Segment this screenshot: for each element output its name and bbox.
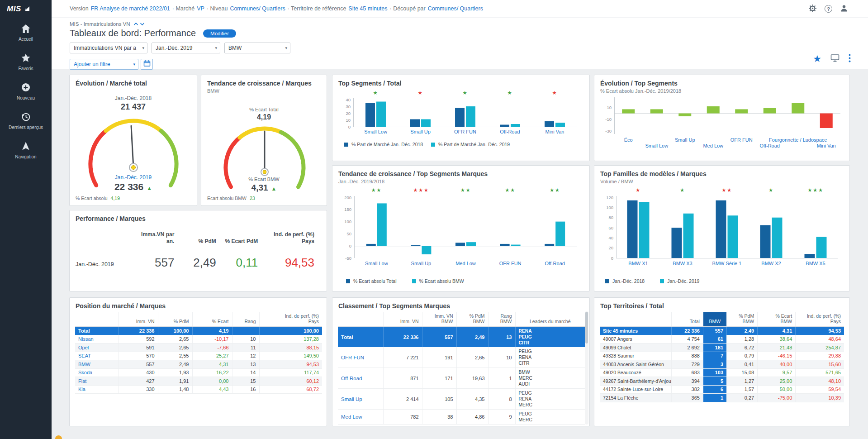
table-total-row[interactable]: Total22 336100,004,19100,00	[75, 327, 322, 335]
scrollbar-thumb[interactable]	[585, 312, 588, 344]
category-label[interactable]: Med Low	[703, 143, 723, 148]
add-filter-select[interactable]: Ajouter un filtre▾	[70, 59, 138, 70]
bar[interactable]	[500, 125, 509, 127]
bar[interactable]	[455, 243, 465, 246]
column-header[interactable]: % PdMBMW	[727, 312, 758, 327]
category-label[interactable]: BMW X3	[673, 261, 692, 266]
table-row[interactable]: Kia3301,484,431668,72	[75, 385, 322, 394]
table-row[interactable]: 72154 La Flèche36510,27-75,0010,39	[600, 394, 844, 402]
bar[interactable]	[672, 228, 682, 258]
column-header[interactable]: BMW	[703, 312, 726, 327]
table-row[interactable]: SEAT5702,5525,2712149,50	[75, 352, 322, 360]
column-header[interactable]: Ind. de perf. (%)Pays	[796, 312, 844, 327]
bar[interactable]	[622, 109, 635, 113]
category-label[interactable]: Small Up	[410, 129, 431, 134]
column-header[interactable]: % EcartBMW	[758, 312, 796, 327]
sidebar-item-nouveau[interactable]: Nouveau	[0, 76, 52, 106]
bar[interactable]	[466, 106, 475, 127]
category-label[interactable]: OFR FUN	[454, 129, 476, 134]
column-header[interactable]: % PdM	[158, 312, 192, 327]
app-logo[interactable]: MIS	[0, 0, 52, 18]
bar[interactable]	[411, 245, 420, 246]
user-account-icon[interactable]	[840, 4, 848, 14]
category-label[interactable]: Med Low	[455, 261, 476, 266]
table-row[interactable]: Opel5912,65-7,661188,15	[75, 344, 322, 352]
topbar-link[interactable]: Communes/ Quartiers	[230, 5, 285, 12]
category-label[interactable]: Off-Road	[500, 129, 520, 134]
bar[interactable]	[455, 108, 465, 127]
category-label[interactable]: OFR FUN	[730, 137, 753, 143]
legend-item[interactable]: % Part de Marché Jan.-Déc. 2018	[344, 142, 427, 148]
vertical-scrollbar[interactable]	[585, 311, 588, 425]
bar[interactable]	[366, 244, 376, 246]
column-header[interactable]: % Ecart	[192, 312, 232, 327]
topbar-link[interactable]: Site 45 minutes	[348, 5, 387, 12]
calendar-filter-button[interactable]	[141, 59, 153, 70]
bar[interactable]	[365, 103, 375, 127]
bar[interactable]	[555, 222, 565, 246]
bar[interactable]	[805, 254, 815, 258]
bar[interactable]	[421, 119, 431, 127]
column-header[interactable]: % PdMBMW	[456, 312, 488, 327]
bar[interactable]	[639, 202, 650, 258]
column-header[interactable]: Imm. VN	[383, 312, 422, 327]
column-header[interactable]: Leaders du marché	[515, 312, 585, 327]
column-header[interactable]: Imm. VNBMW	[422, 312, 456, 327]
display-monitor-icon[interactable]	[830, 53, 840, 64]
table-total-row[interactable]: Total22 3365572,4913RENAPEUGCITR	[338, 327, 585, 348]
bar[interactable]	[511, 245, 521, 246]
topbar-link[interactable]: FR Analyse de marché 2022/01	[91, 5, 170, 12]
legend-item[interactable]: % Ecart absolu BMW	[412, 278, 464, 284]
table-row[interactable]: OFR FUN7 2211912,6510PEUGRENACITR	[338, 347, 585, 368]
category-label[interactable]: BMW X1	[628, 261, 648, 266]
category-label[interactable]: Fourgonnette / Ludospace	[769, 137, 827, 143]
category-label[interactable]: Off-Road	[545, 261, 564, 266]
gauge-curr-label[interactable]: Jan.-Déc. 2019	[70, 174, 197, 181]
table-row[interactable]: 49020 Beaucouzé68310315,089,57571,65	[600, 368, 844, 377]
table-row[interactable]: Small Up2 4141054,358PEUGRENAMERC	[338, 389, 585, 410]
table-row[interactable]: Skoda4301,9316,2214117,74	[75, 368, 322, 377]
bar[interactable]	[466, 242, 476, 246]
category-label[interactable]: Off-Road	[760, 143, 780, 148]
category-label[interactable]: BMW X2	[761, 261, 781, 266]
category-label[interactable]: Small Low	[645, 143, 668, 148]
column-header[interactable]	[75, 312, 118, 327]
column-header[interactable]: Rang	[232, 312, 259, 327]
sidebar-item-favoris[interactable]: Favoris	[0, 47, 52, 76]
category-label[interactable]: BMW Série 1	[712, 261, 742, 266]
bar[interactable]	[764, 108, 776, 114]
column-header[interactable]	[600, 312, 671, 327]
table-row[interactable]: Fiat4271,910,001560,12	[75, 377, 322, 386]
modify-button[interactable]: Modifier	[203, 29, 236, 38]
bar[interactable]	[511, 124, 520, 127]
bar[interactable]	[377, 203, 387, 246]
settings-gear-icon[interactable]	[808, 4, 817, 14]
bar[interactable]	[820, 114, 833, 129]
table-row[interactable]: BMW5572,494,311394,53	[75, 360, 322, 369]
table-row[interactable]: Nissan5922,65-10,1710137,28	[75, 335, 322, 344]
bar[interactable]	[716, 200, 726, 258]
more-options-kebab-icon[interactable]	[849, 54, 851, 64]
category-label[interactable]: Mini Van	[545, 129, 564, 134]
chevron-up-icon[interactable]	[133, 21, 138, 27]
table-row[interactable]: 49099 Cholet2 6921816,7221,48254,87	[600, 344, 844, 352]
help-icon[interactable]: ?	[825, 5, 832, 13]
bar[interactable]	[410, 119, 420, 127]
table-row[interactable]: 49267 Saint-Barthélemy-d'Anjou39451,2725…	[600, 377, 844, 386]
table-row[interactable]: Med Low782384,869PEUGMERC	[338, 410, 585, 425]
table-total-row[interactable]: Site 45 minutes22 3365572,494,3194,53	[600, 327, 844, 335]
category-label[interactable]: Éco	[624, 137, 633, 143]
notification-badge[interactable]	[55, 435, 62, 439]
sidebar-item-accueil[interactable]: Accueil	[0, 18, 52, 47]
filter-brand-select[interactable]: BMW▾	[224, 43, 290, 53]
table-row[interactable]: 44003 Ancenis-Saint-Géréon72930,41-40,00…	[600, 360, 844, 369]
category-label[interactable]: Small Low	[364, 129, 387, 134]
bar[interactable]	[735, 109, 748, 113]
bar[interactable]	[545, 121, 554, 127]
bar[interactable]	[627, 200, 638, 258]
topbar-link[interactable]: VP	[197, 5, 204, 12]
column-header[interactable]	[338, 312, 383, 327]
bar[interactable]	[650, 109, 663, 113]
category-label[interactable]: Mini Van	[817, 143, 836, 148]
column-header[interactable]: RangBMW	[488, 312, 515, 327]
